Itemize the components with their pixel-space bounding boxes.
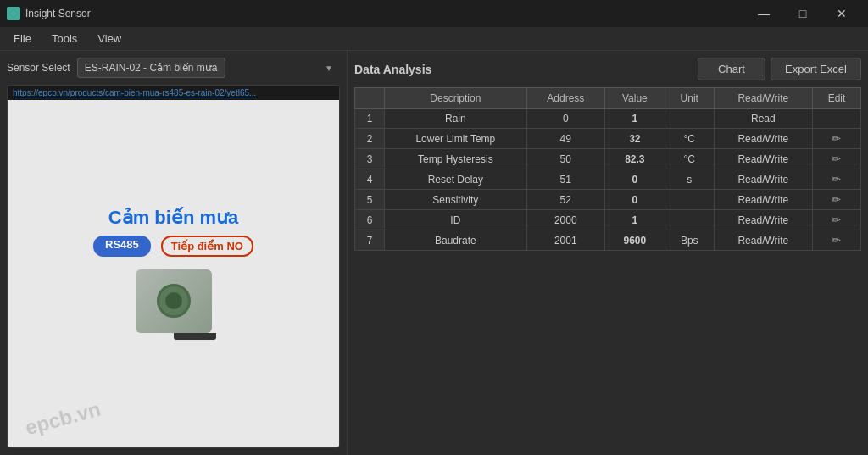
row-description: Reset Delay	[385, 169, 527, 190]
app-icon	[7, 7, 20, 20]
row-num: 5	[355, 190, 385, 210]
row-value: 1	[604, 109, 665, 129]
row-description: Baudrate	[385, 230, 527, 251]
box-body	[136, 269, 212, 333]
row-description: Temp Hysteresis	[385, 149, 527, 169]
sensor-select-label: Sensor Select	[7, 62, 70, 74]
menu-tools[interactable]: Tools	[42, 29, 87, 48]
row-unit	[665, 109, 714, 129]
row-address: 50	[526, 149, 604, 169]
data-analysis-title: Data Analysis	[354, 63, 431, 76]
row-num: 4	[355, 169, 385, 190]
box-circle	[157, 284, 191, 318]
row-readwrite: Read/Write	[714, 149, 812, 169]
row-edit[interactable]: ✏	[812, 169, 860, 190]
row-unit	[665, 210, 714, 230]
row-num: 1	[355, 109, 385, 129]
export-excel-button[interactable]: Export Excel	[771, 58, 861, 80]
edit-icon[interactable]: ✏	[832, 173, 841, 186]
row-description: Sensitivity	[385, 190, 527, 210]
chart-button[interactable]: Chart	[698, 58, 765, 80]
row-description: Rain	[385, 109, 527, 129]
row-address: 51	[526, 169, 604, 190]
sensor-select-wrapper: ES-RAIN-02 - Cảm biến mưa	[77, 58, 340, 78]
edit-icon[interactable]: ✏	[832, 234, 841, 247]
sensor-image-area: https://epcb.vn/products/cam-bien-mua-rs…	[7, 85, 340, 448]
row-description: ID	[385, 210, 527, 230]
sensor-link[interactable]: https://epcb.vn/products/cam-bien-mua-rs…	[8, 86, 339, 100]
row-value: 0	[604, 190, 665, 210]
title-bar: Insight Sensor — □ ✕	[0, 0, 868, 27]
badge-rs485: RS485	[93, 236, 151, 257]
row-num: 7	[355, 230, 385, 251]
header-buttons: Chart Export Excel	[698, 58, 861, 80]
row-address: 49	[526, 129, 604, 149]
row-value: 82.3	[604, 149, 665, 169]
row-edit[interactable]: ✏	[812, 129, 860, 149]
row-value: 32	[604, 129, 665, 149]
sensor-box-illustration	[131, 265, 216, 341]
row-unit: °C	[665, 149, 714, 169]
edit-icon[interactable]: ✏	[832, 153, 841, 165]
col-address: Address	[526, 88, 604, 109]
table-row: 6 ID 2000 1 Read/Write ✏	[355, 210, 861, 230]
edit-icon[interactable]: ✏	[832, 193, 841, 206]
watermark: epcb.vn	[23, 397, 103, 441]
row-address: 2000	[526, 210, 604, 230]
row-edit[interactable]: ✏	[812, 149, 860, 169]
row-value: 1	[604, 210, 665, 230]
main-content: Sensor Select ES-RAIN-02 - Cảm biến mưa …	[0, 51, 868, 455]
row-readwrite: Read/Write	[714, 230, 812, 251]
col-num	[355, 88, 385, 109]
left-panel: Sensor Select ES-RAIN-02 - Cảm biến mưa …	[0, 51, 348, 455]
edit-icon[interactable]: ✏	[832, 132, 841, 145]
row-address: 0	[526, 109, 604, 129]
menu-file[interactable]: File	[3, 29, 42, 48]
row-edit[interactable]: ✏	[812, 190, 860, 210]
row-unit	[665, 190, 714, 210]
row-value: 9600	[604, 230, 665, 251]
table-header-row: Description Address Value Unit Read/Writ…	[355, 88, 861, 109]
edit-icon[interactable]: ✏	[832, 214, 841, 226]
row-edit[interactable]: ✏	[812, 210, 860, 230]
badge-tiep: Tiếp điểm NO	[161, 236, 253, 257]
col-readwrite: Read/Write	[714, 88, 812, 109]
table-row: 3 Temp Hysteresis 50 82.3 °C Read/Write …	[355, 149, 861, 169]
col-edit: Edit	[812, 88, 860, 109]
row-readwrite: Read/Write	[714, 210, 812, 230]
row-unit: s	[665, 169, 714, 190]
row-readwrite: Read/Write	[714, 190, 812, 210]
row-value: 0	[604, 169, 665, 190]
table-row: 2 Lower Limit Temp 49 32 °C Read/Write ✏	[355, 129, 861, 149]
row-readwrite: Read	[714, 109, 812, 129]
sensor-badges: RS485 Tiếp điểm NO	[93, 236, 253, 257]
window-controls: — □ ✕	[744, 0, 861, 27]
table-row: 5 Sensitivity 52 0 Read/Write ✏	[355, 190, 861, 210]
menu-view[interactable]: View	[87, 29, 131, 48]
col-value: Value	[604, 88, 665, 109]
row-readwrite: Read/Write	[714, 129, 812, 149]
menu-bar: File Tools View	[0, 27, 868, 51]
maximize-button[interactable]: □	[783, 0, 822, 27]
sensor-select-row: Sensor Select ES-RAIN-02 - Cảm biến mưa	[7, 58, 340, 78]
table-row: 7 Baudrate 2001 9600 Bps Read/Write ✏	[355, 230, 861, 251]
row-readwrite: Read/Write	[714, 169, 812, 190]
cable	[174, 333, 216, 340]
close-button[interactable]: ✕	[822, 0, 861, 27]
minimize-button[interactable]: —	[744, 0, 783, 27]
sensor-title: Cảm biến mưa	[108, 207, 238, 229]
data-analysis-section: Data Analysis Chart Export Excel Descrip…	[348, 51, 868, 455]
col-unit: Unit	[665, 88, 714, 109]
sensor-select-dropdown[interactable]: ES-RAIN-02 - Cảm biến mưa	[77, 58, 225, 78]
data-analysis-header: Data Analysis Chart Export Excel	[354, 58, 861, 80]
row-unit: °C	[665, 129, 714, 149]
sensor-image-content: Cảm biến mưa RS485 Tiếp điểm NO epcb.vn	[8, 100, 339, 447]
row-num: 3	[355, 149, 385, 169]
app-title: Insight Sensor	[25, 8, 744, 19]
row-num: 2	[355, 129, 385, 149]
col-description: Description	[385, 88, 527, 109]
row-edit	[812, 109, 860, 129]
row-edit[interactable]: ✏	[812, 230, 860, 251]
right-panel: Data Analysis Chart Export Excel Descrip…	[348, 51, 868, 455]
row-num: 6	[355, 210, 385, 230]
